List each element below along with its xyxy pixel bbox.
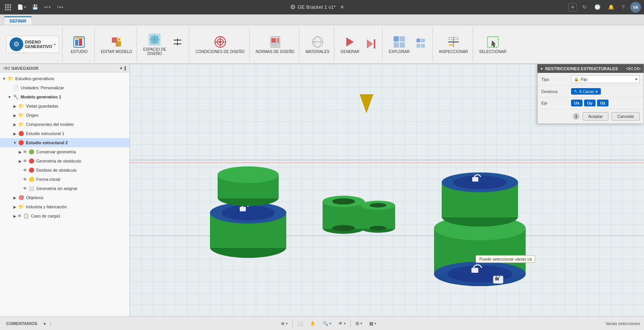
tree-item-struct-study-2[interactable]: ▼🔴Estudio estructural 2	[0, 138, 129, 147]
undo-button[interactable]: ↩▾	[42, 3, 53, 11]
destinos-badge-text: 4 Caras	[579, 89, 594, 94]
tree-arrow-obstacle-geom[interactable]: ▶	[18, 158, 23, 164]
tree-arrow-generative-studies[interactable]: ▼	[2, 76, 7, 81]
eye-icon-obstacle-offset[interactable]: 👁	[23, 168, 27, 172]
axes-container: Ux Uy Uz	[571, 100, 608, 106]
tree-item-struct-study-1[interactable]: ▶🔴Estudio estructural 1	[0, 129, 129, 138]
redo-button[interactable]: ↪▾	[55, 3, 65, 11]
destinos-badge[interactable]: ↖ 4 Caras ×	[571, 88, 601, 95]
inspeccionar-btns: INSPECCIONAR	[437, 27, 470, 62]
tree-arrow-origin[interactable]: ▶	[12, 113, 18, 118]
tree-icon-gen-model-1: 🔧	[12, 93, 19, 100]
tipo-row: Tipo 🔒 Fijo ▾	[537, 73, 644, 86]
tree-item-objectives[interactable]: ▶🎯Objetivos	[0, 193, 129, 202]
generar-btn1[interactable]: GENERAR	[339, 34, 361, 55]
tree-item-unassigned-geom[interactable]: 👁⬜Geometría sin asignar	[0, 184, 129, 193]
save-button[interactable]: 💾	[30, 3, 40, 11]
destinos-row: Destinos ↖ 4 Caras ×	[537, 86, 644, 97]
eye-icon-keep-geom[interactable]: 👁	[23, 150, 27, 154]
user-avatar[interactable]: VA	[630, 2, 641, 13]
svg-rect-35	[421, 39, 425, 42]
restrict-more-icon[interactable]: ▷▷	[634, 66, 641, 71]
pan-btn[interactable]: ✋	[308, 320, 318, 327]
tree-item-obstacle-geom[interactable]: ▶👁🔴Geometría de obstáculo	[0, 156, 129, 166]
tree-item-gen-model-1[interactable]: ▼🔧Modelo generativo 1	[0, 92, 129, 101]
diseno-generativo-btn[interactable]: ⚙ DISENO GENERATIVO ▾	[6, 35, 59, 53]
refresh-btn[interactable]: ↻	[581, 3, 589, 11]
nav-pin-icon[interactable]: ●	[120, 66, 123, 71]
tree-icon-struct-study-2: 🔴	[18, 139, 24, 146]
condiciones-btn[interactable]: CONDICIONES DE DISEÑO	[194, 34, 246, 55]
help-btn[interactable]: ?	[620, 3, 626, 11]
materiales-btns: MATERIALES	[304, 27, 331, 62]
tree-item-model-components[interactable]: ▶📁Componentes del modelo	[0, 120, 129, 129]
notification-btn[interactable]: 🔔	[606, 3, 616, 11]
tree-item-load-case-1[interactable]: ▶👁📋Caso de carga1	[0, 211, 129, 221]
tree-item-origin[interactable]: ▶📁Origen	[0, 111, 129, 120]
tree-item-generative-studies[interactable]: ▼📁Estudios generativos	[0, 74, 129, 83]
destinos-label: Destinos	[541, 89, 568, 94]
tree-arrow-model-components[interactable]: ▶	[12, 122, 18, 127]
ux-btn[interactable]: Ux	[571, 100, 583, 106]
tree-arrow-struct-study-1[interactable]: ▶	[12, 131, 18, 136]
tree-arrow-keep-geom[interactable]: ▶	[18, 149, 23, 155]
apps-button[interactable]	[3, 3, 13, 11]
tab-definir[interactable]: DEFINIR	[4, 16, 32, 25]
tree-arrow-industry-fab[interactable]: ▶	[12, 204, 18, 209]
zoom-btn[interactable]: 🔍 ▾	[320, 320, 334, 327]
status-text: Varias selecciones	[605, 321, 640, 326]
destinos-clear-btn[interactable]: ×	[596, 89, 598, 94]
condiciones-label: CONDICIONES DE DISEÑO	[195, 50, 244, 54]
espacio-btn1[interactable]: ESPACIO DE DISEÑO	[142, 32, 168, 56]
transform-icon: ⊕	[281, 321, 285, 326]
tree-icon-initial-shape: 🟡	[28, 176, 35, 183]
info-icon[interactable]: ℹ	[573, 113, 579, 120]
cancel-btn[interactable]: Cancelar	[612, 112, 640, 121]
table-btn[interactable]: ▦ ▾	[367, 320, 379, 327]
tree-item-keep-geom[interactable]: ▶👁🟢Conservar geometría	[0, 147, 129, 156]
eye-icon-initial-shape[interactable]: 👁	[23, 177, 27, 182]
explorar-btn2[interactable]	[413, 36, 429, 52]
tree-item-saved-views[interactable]: ▶📁Vistas guardadas	[0, 101, 129, 111]
nav-collapse-icon[interactable]: ‖	[124, 66, 126, 71]
materiales-btn[interactable]: MATERIALES	[304, 34, 331, 55]
tree-item-initial-shape[interactable]: 👁🟡Forma inicial	[0, 175, 129, 184]
add-tab-btn[interactable]: +	[568, 3, 576, 11]
restrictions-panel: ● RESTRICCIONES ESTRUCTURALES ◁◁ ▷▷ Tipo…	[537, 64, 644, 124]
history-btn[interactable]: 🕐	[592, 3, 602, 11]
tree-arrow-gen-model-1[interactable]: ▼	[7, 94, 12, 100]
explorar-btn1[interactable]: EXPLORAR	[387, 34, 411, 55]
tree-item-units[interactable]: 📄Unidades: Personalizar	[0, 83, 129, 92]
eye-icon-load-case-1[interactable]: 👁	[18, 214, 22, 218]
grid-btn[interactable]: ⊞ ▾	[353, 320, 365, 327]
tree-arrow-load-case-1[interactable]: ▶	[12, 213, 18, 219]
editar-modelo-btn[interactable]: EDITAR MODELO	[99, 34, 134, 55]
seleccionar-btn[interactable]: SELECCIONAR	[478, 34, 508, 55]
tree-item-obstacle-offset[interactable]: 👁🔴Desfase de obstáculo	[0, 166, 129, 175]
tree-label-initial-shape: Forma inicial	[36, 177, 60, 182]
inspeccionar-btn[interactable]: INSPECCIONAR	[437, 34, 470, 55]
tree-arrow-saved-views[interactable]: ▶	[12, 103, 18, 109]
estudio-btn[interactable]: ESTUDIO	[69, 34, 89, 55]
nav-back-icon[interactable]: ◁◁	[3, 66, 9, 71]
tree-item-industry-fab[interactable]: ▶📁Industria y fabricación	[0, 202, 129, 211]
file-button[interactable]: 📄▾	[15, 3, 28, 11]
view-btn[interactable]: 👁 ▾	[336, 320, 348, 327]
tree-arrow-objectives[interactable]: ▶	[12, 195, 18, 200]
generar-btn2[interactable]	[362, 36, 379, 52]
uy-btn[interactable]: Uy	[584, 100, 596, 106]
restrict-expand-icon[interactable]: ◁◁	[626, 66, 632, 71]
normas-btn[interactable]: NORMAS DE DISEÑO	[254, 34, 296, 55]
espacio-btn2[interactable]	[169, 36, 186, 52]
uz-btn[interactable]: Uz	[597, 100, 608, 106]
tree-arrow-struct-study-2[interactable]: ▼	[12, 140, 18, 145]
transform-btn[interactable]: ⊕ ▾	[279, 320, 290, 327]
inspeccionar-icon	[447, 35, 460, 49]
eye-icon-unassigned-geom[interactable]: 👁	[23, 186, 27, 191]
close-window-btn[interactable]: ×	[340, 4, 344, 11]
eye-icon-obstacle-geom[interactable]: 👁	[23, 159, 27, 163]
select-box-btn[interactable]: ⬜	[295, 320, 305, 327]
tipo-dropdown[interactable]: 🔒 Fijo ▾	[571, 75, 640, 83]
accept-btn[interactable]: Aceptar	[583, 112, 608, 121]
svg-rect-2	[79, 38, 82, 46]
